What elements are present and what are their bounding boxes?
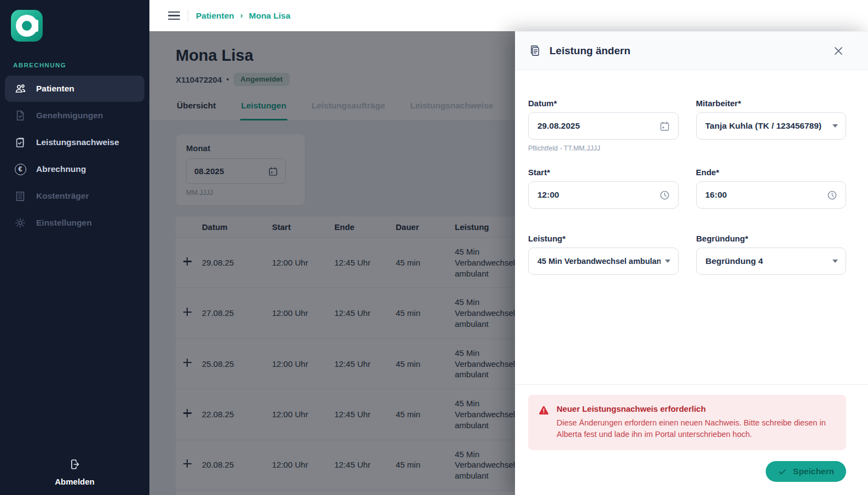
field-leistung-select[interactable]: 45 Min Verbandwechsel ambulant [528, 248, 679, 275]
footer-actions: Speichern [528, 461, 846, 482]
sidebar-item-genehmigungen[interactable]: Genehmigungen [5, 102, 144, 129]
sidebar-item-leistungsnachweise[interactable]: Leistungsnachweise [5, 129, 144, 156]
check-icon [778, 467, 787, 476]
field-start-value: 12:00 [537, 190, 559, 200]
euro-icon: € [14, 163, 27, 176]
field-ende-input[interactable]: 16:00 [696, 181, 847, 209]
field-leistung: Leistung* 45 Min Verbandwechsel ambulant [528, 234, 679, 275]
warning-body: Diese Änderungen erfordern einen neuen N… [557, 417, 833, 440]
field-leistung-label: Leistung* [528, 234, 679, 243]
sidebar-section-label: ABRECHNUNG [13, 62, 149, 68]
sidebar-item-label: Einstellungen [36, 218, 92, 228]
sidebar-item-label: Patienten [36, 84, 74, 94]
app-root: ABRECHNUNG Patienten Genehmigungen Leist… [0, 0, 868, 495]
patients-icon [14, 82, 27, 95]
sidebar-item-label: Leistungsnachweise [36, 137, 119, 147]
field-begruendung-select[interactable]: Begründung 4 [696, 248, 846, 275]
sidebar-item-label: Kostenträger [36, 191, 89, 201]
sidebar-item-label: Abrechnung [36, 164, 86, 174]
chevron-down-icon [665, 260, 670, 263]
gear-icon [14, 216, 27, 229]
document-check-icon [14, 109, 27, 122]
clock-icon[interactable] [659, 189, 670, 201]
sidebar-nav: Patienten Genehmigungen Leistungsnachwei… [0, 76, 149, 236]
logout-button[interactable]: Abmelden [0, 458, 149, 495]
field-leistung-value: 45 Min Verbandwechsel ambulant [537, 257, 661, 266]
field-mitarbeiter-label: Mitarbeiter* [696, 99, 847, 108]
field-ende-label: Ende* [696, 168, 847, 177]
breadcrumb-current[interactable]: Mona Lisa [249, 11, 291, 21]
sidebar-item-abrechnung[interactable]: € Abrechnung [5, 156, 144, 182]
clipboard-check-icon [14, 136, 27, 149]
save-button[interactable]: Speichern [766, 461, 846, 482]
field-ende-value: 16:00 [705, 190, 727, 200]
field-begruendung-label: Begründung* [696, 234, 846, 243]
clock-icon[interactable] [826, 189, 838, 201]
save-button-label: Speichern [793, 467, 834, 476]
topbar: Patienten › Mona Lisa [149, 0, 868, 31]
logout-icon [68, 458, 82, 473]
sidebar: ABRECHNUNG Patienten Genehmigungen Leist… [0, 0, 149, 495]
hamburger-menu-icon[interactable] [168, 11, 180, 20]
warning-title: Neuer Leistungsnachweis erforderlich [557, 404, 833, 413]
warning-triangle-icon [538, 405, 549, 416]
sidebar-item-patienten[interactable]: Patienten [5, 76, 144, 102]
chevron-down-icon [832, 260, 838, 263]
field-mitarbeiter-value: Tanja Kuhla (TK / 123456789) [705, 121, 822, 131]
sidebar-item-einstellungen[interactable]: Einstellungen [5, 210, 144, 236]
field-ende: Ende* 16:00 [696, 168, 847, 209]
field-mitarbeiter-select[interactable]: Tanja Kuhla (TK / 123456789) [696, 112, 847, 140]
warning-banner: Neuer Leistungsnachweis erforderlich Die… [528, 395, 846, 450]
breadcrumb: Patienten › Mona Lisa [196, 11, 291, 21]
field-begruendung: Begründung* Begründung 4 [696, 234, 846, 275]
field-start-input[interactable]: 12:00 [528, 181, 679, 209]
building-icon [14, 189, 27, 203]
breadcrumb-chevron-icon: › [239, 10, 245, 20]
topbar-divider [188, 9, 188, 22]
sidebar-item-label: Genehmigungen [36, 111, 103, 120]
drawer-header: Leistung ändern [515, 31, 868, 70]
field-datum-value: 29.08.2025 [537, 121, 580, 131]
copy-document-icon [529, 44, 541, 57]
drawer-title: Leistung ändern [549, 45, 630, 57]
field-datum-label: Datum* [528, 99, 679, 108]
chevron-down-icon [832, 124, 838, 128]
edit-service-drawer: Leistung ändern Datum* 29.08.2025 Pflich… [515, 31, 868, 495]
field-datum: Datum* 29.08.2025 Pflichtfeld - TT.MM.JJ… [528, 99, 679, 152]
field-datum-input[interactable]: 29.08.2025 [528, 112, 679, 140]
field-mitarbeiter: Mitarbeiter* Tanja Kuhla (TK / 123456789… [696, 99, 847, 152]
field-start: Start* 12:00 [528, 168, 679, 209]
app-logo [11, 10, 43, 42]
sidebar-item-kostentraeger[interactable]: Kostenträger [5, 183, 144, 209]
field-start-label: Start* [528, 168, 679, 177]
field-begruendung-value: Begründung 4 [705, 256, 763, 266]
logout-label: Abmelden [55, 477, 95, 486]
field-datum-helper: Pflichtfeld - TT.MM.JJJJ [528, 145, 679, 152]
close-icon[interactable] [831, 43, 846, 59]
drawer-body: Datum* 29.08.2025 Pflichtfeld - TT.MM.JJ… [515, 70, 868, 384]
calendar-icon[interactable] [659, 120, 670, 132]
warning-text: Neuer Leistungsnachweis erforderlich Die… [557, 404, 833, 440]
drawer-footer: Neuer Leistungsnachweis erforderlich Die… [515, 384, 868, 495]
breadcrumb-patienten-link[interactable]: Patienten [196, 11, 234, 21]
